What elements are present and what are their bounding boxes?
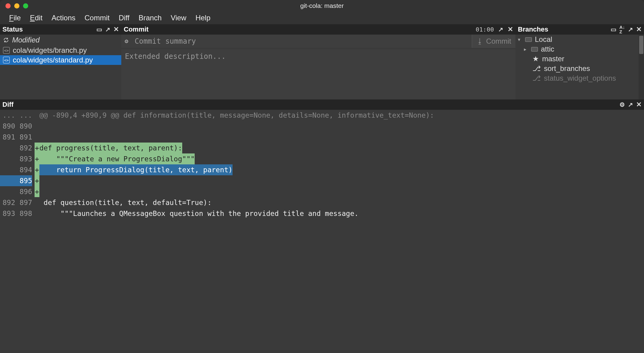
popout-icon[interactable]: ↗ bbox=[628, 101, 633, 108]
commit-panel: Commit 01:00 ↗ ✕ ⚙ ⭳ Commit bbox=[121, 24, 515, 99]
branch-icon: ⎇ bbox=[532, 74, 541, 82]
diff-line[interactable]: 893+ """Create a new ProgressDialog""" bbox=[0, 153, 644, 164]
branch-master[interactable]: ★ master bbox=[515, 54, 644, 64]
diff-title: Diff bbox=[2, 101, 14, 109]
diff-marker bbox=[35, 121, 39, 132]
line-num-old: 892 bbox=[0, 197, 15, 208]
diff-line[interactable]: 894+ return ProgressDialog(title, text, … bbox=[0, 164, 644, 175]
branch-label: sort_branches bbox=[544, 64, 590, 73]
diff-line[interactable]: 892+def progress(title, text, parent): bbox=[0, 143, 644, 153]
branch-label: status_widget_options bbox=[544, 74, 616, 82]
line-num-new: 892 bbox=[15, 143, 32, 153]
diff-code: def question(title, text, default=True): bbox=[39, 197, 212, 208]
menu-help[interactable]: Help bbox=[191, 12, 215, 23]
branch-label: master bbox=[542, 55, 564, 63]
diff-marker bbox=[35, 197, 39, 208]
line-num-old: 890 bbox=[0, 121, 15, 132]
status-panel: Status ▭ ↗ ✕ Modified <> cola/widgets/br… bbox=[0, 24, 121, 99]
menu-diff[interactable]: Diff bbox=[114, 12, 134, 23]
close-panel-icon[interactable]: ✕ bbox=[636, 25, 642, 33]
line-num-old bbox=[0, 153, 15, 164]
collapse-arrow-icon: ▸ bbox=[524, 46, 528, 52]
close-panel-icon[interactable]: ✕ bbox=[508, 25, 513, 33]
commit-options-button[interactable]: ⚙ bbox=[121, 35, 132, 48]
status-file-0[interactable]: <> cola/widgets/branch.py bbox=[0, 45, 121, 55]
status-file-path: cola/widgets/standard.py bbox=[13, 56, 93, 64]
close-panel-icon[interactable]: ✕ bbox=[113, 25, 119, 33]
commit-description-input[interactable] bbox=[121, 49, 515, 99]
menu-branch[interactable]: Branch bbox=[134, 12, 166, 23]
commit-summary-input[interactable] bbox=[132, 35, 472, 48]
popout-icon[interactable]: ↗ bbox=[628, 26, 633, 33]
branches-local-node[interactable]: ▾ Local bbox=[515, 35, 644, 44]
menu-actions[interactable]: Actions bbox=[47, 12, 80, 23]
diff-code: """Launches a QMessageBox question with … bbox=[39, 208, 358, 219]
line-num-new: 893 bbox=[15, 153, 32, 164]
line-num-old bbox=[0, 164, 15, 175]
star-icon: ★ bbox=[532, 55, 539, 63]
folder-icon bbox=[525, 37, 532, 42]
diff-marker bbox=[35, 110, 39, 121]
menu-file[interactable]: File bbox=[5, 12, 25, 23]
branches-panel: Branches ▭ A↓Z ↗ ✕ ▾ Local ▸ attic ★ mas… bbox=[515, 24, 644, 99]
diff-marker: + bbox=[35, 153, 39, 164]
branch-sort-branches[interactable]: ⎇ sort_branches bbox=[515, 64, 644, 73]
diff-view[interactable]: ...... @@ -890,4 +890,9 @@ def informati… bbox=[0, 110, 644, 353]
branches-folder-attic[interactable]: ▸ attic bbox=[515, 44, 644, 54]
drag-handle-icon[interactable]: ▭ bbox=[96, 26, 102, 33]
diff-line[interactable]: 891891 bbox=[0, 132, 644, 143]
download-icon: ⭳ bbox=[476, 37, 484, 45]
menu-edit[interactable]: Edit bbox=[26, 12, 47, 23]
menubar: File Edit Actions Commit Diff Branch Vie… bbox=[0, 12, 644, 24]
file-icon: <> bbox=[3, 57, 10, 63]
branch-icon: ⎇ bbox=[532, 64, 541, 73]
diff-line[interactable]: 896+ bbox=[0, 186, 644, 197]
diff-marker bbox=[35, 132, 39, 143]
gear-icon[interactable]: ⚙ bbox=[619, 101, 625, 108]
diff-line[interactable]: 893898 """Launches a QMessageBox questio… bbox=[0, 208, 644, 219]
branches-header: Branches ▭ A↓Z ↗ ✕ bbox=[515, 24, 644, 35]
drag-handle-icon[interactable]: ▭ bbox=[611, 26, 616, 33]
titlebar: git-cola: master bbox=[0, 0, 644, 12]
popout-icon[interactable]: ↗ bbox=[105, 26, 110, 33]
status-modified-heading[interactable]: Modified bbox=[0, 35, 121, 45]
diff-marker bbox=[35, 208, 39, 219]
commit-button-label: Commit bbox=[486, 37, 511, 45]
popout-icon[interactable]: ↗ bbox=[498, 26, 503, 33]
status-file-path: cola/widgets/branch.py bbox=[13, 46, 87, 55]
close-panel-icon[interactable]: ✕ bbox=[636, 101, 642, 109]
diff-code: return ProgressDialog(title, text, paren… bbox=[39, 164, 233, 175]
sort-icon[interactable]: A↓Z bbox=[619, 25, 625, 34]
diff-line[interactable]: ...... @@ -890,4 +890,9 @@ def informati… bbox=[0, 110, 644, 121]
branches-title: Branches bbox=[518, 25, 548, 33]
menu-view[interactable]: View bbox=[166, 12, 191, 23]
status-file-1[interactable]: <> cola/widgets/standard.py bbox=[0, 55, 121, 65]
menu-commit[interactable]: Commit bbox=[80, 12, 114, 23]
diff-line[interactable]: 890890 bbox=[0, 121, 644, 132]
diff-marker: + bbox=[35, 175, 39, 186]
window-title: git-cola: master bbox=[0, 2, 644, 9]
diff-code: """Create a new ProgressDialog""" bbox=[39, 153, 195, 164]
diff-panel: Diff ⚙ ↗ ✕ ...... @@ -890,4 +890,9 @@ de… bbox=[0, 99, 644, 353]
diff-code: @@ -890,4 +890,9 @@ def information(titl… bbox=[39, 110, 434, 121]
diff-code: def progress(title, text, parent): bbox=[39, 143, 182, 153]
line-num-old: 891 bbox=[0, 132, 15, 143]
line-num-new: 890 bbox=[15, 121, 32, 132]
line-num-new: ... bbox=[15, 110, 32, 121]
gear-icon: ⚙ bbox=[124, 39, 129, 44]
expand-arrow-icon: ▾ bbox=[518, 37, 522, 42]
file-icon: <> bbox=[3, 47, 10, 54]
branches-local-label: Local bbox=[535, 35, 552, 44]
branches-scrollbar[interactable] bbox=[639, 35, 644, 99]
scrollbar-thumb[interactable] bbox=[639, 36, 643, 54]
line-num-old bbox=[0, 143, 15, 153]
line-num-new: 897 bbox=[15, 197, 32, 208]
diff-line[interactable]: 892897 def question(title, text, default… bbox=[0, 197, 644, 208]
branch-status-widget-options[interactable]: ⎇ status_widget_options bbox=[515, 73, 644, 83]
line-num-old bbox=[0, 175, 15, 186]
folder-icon bbox=[531, 47, 538, 52]
line-num-new: 891 bbox=[15, 132, 32, 143]
diff-line[interactable]: 895+ bbox=[0, 175, 644, 186]
commit-button[interactable]: ⭳ Commit bbox=[472, 35, 515, 48]
commit-summary-row: ⚙ ⭳ Commit bbox=[121, 35, 515, 48]
